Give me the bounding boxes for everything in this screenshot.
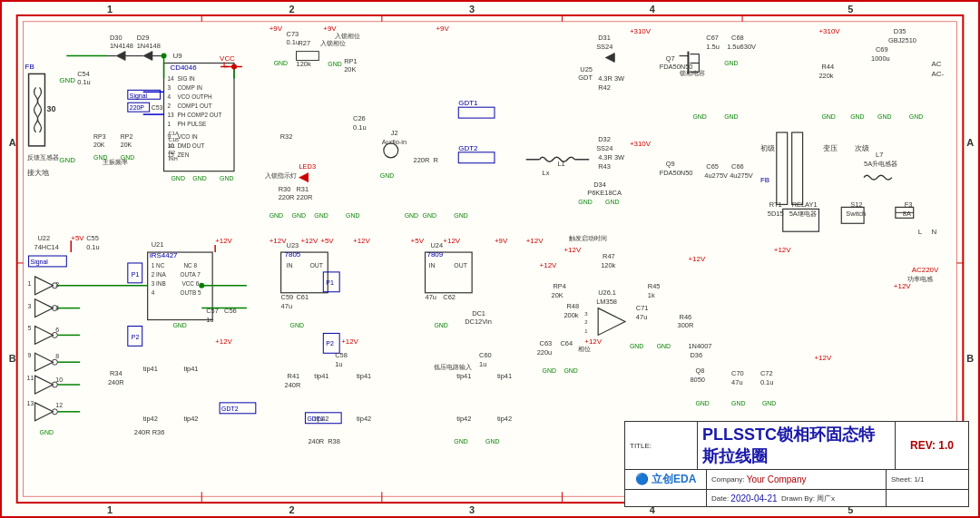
eda-logo-icon: 🔵 立创EDA [635, 472, 697, 487]
svg-text:VCC 6: VCC 6 [181, 280, 199, 287]
svg-text:GND: GND [877, 113, 891, 120]
svg-text:FB: FB [25, 63, 34, 71]
svg-text:VCO OUTPH: VCO OUTPH [177, 93, 212, 100]
svg-text:相位: 相位 [578, 345, 591, 353]
svg-text:IN: IN [428, 262, 435, 269]
svg-text:4: 4 [152, 289, 155, 296]
svg-text:SS24: SS24 [596, 144, 612, 152]
svg-marker-212 [35, 326, 54, 344]
svg-text:D31: D31 [598, 34, 611, 42]
svg-text:5: 5 [28, 325, 32, 331]
svg-point-383 [199, 283, 204, 288]
svg-text:C70: C70 [731, 369, 744, 377]
svg-text:DMD OUT: DMD OUT [177, 142, 204, 149]
svg-text:AC220V: AC220V [912, 266, 939, 274]
svg-text:240R: 240R [308, 437, 324, 445]
svg-text:0.1u: 0.1u [353, 123, 366, 132]
svg-text:C66: C66 [731, 162, 744, 171]
svg-text:47u: 47u [636, 313, 647, 321]
svg-text:RP2: RP2 [121, 133, 133, 140]
svg-text:1k: 1k [648, 291, 655, 299]
svg-text:47u: 47u [731, 378, 742, 386]
svg-text:接大地: 接大地 [27, 169, 49, 177]
svg-text:GND: GND [59, 156, 75, 164]
svg-text:DC12Vin: DC12Vin [465, 318, 492, 326]
svg-text:47u: 47u [281, 302, 292, 310]
svg-text:7809: 7809 [426, 250, 443, 259]
svg-text:R27: R27 [298, 39, 310, 47]
svg-text:20K: 20K [344, 65, 356, 73]
svg-text:OUTA 7: OUTA 7 [180, 271, 201, 278]
drawn-label: Drawn By: [781, 494, 815, 503]
svg-text:触发启动时间: 触发启动时间 [569, 234, 607, 242]
date-value: 2020-04-21 [730, 494, 777, 503]
svg-text:变压: 变压 [823, 144, 838, 152]
svg-text:GND: GND [454, 212, 467, 219]
svg-text:R36: R36 [152, 428, 165, 436]
svg-text:D34: D34 [593, 181, 606, 189]
svg-text:锁相电容: 锁相电容 [679, 70, 705, 77]
svg-text:0.1u: 0.1u [760, 378, 773, 386]
svg-text:U26.1: U26.1 [598, 288, 616, 297]
svg-text:入锁指示灯: 入锁指示灯 [265, 171, 297, 180]
svg-text:U23: U23 [287, 241, 299, 249]
svg-rect-26 [29, 73, 45, 145]
svg-text:VCC: VCC [220, 54, 235, 63]
svg-text:1: 1 [107, 504, 113, 515]
svg-text:S12: S12 [850, 200, 862, 209]
svg-text:2 INA: 2 INA [152, 271, 167, 278]
svg-marker-216 [35, 376, 54, 394]
svg-text:6: 6 [55, 327, 59, 333]
svg-text:1000u: 1000u [871, 54, 890, 63]
svg-text:NC 8: NC 8 [183, 262, 197, 269]
svg-rect-123 [458, 152, 495, 163]
svg-text:C62: C62 [443, 293, 456, 301]
svg-text:Lx: Lx [543, 169, 550, 177]
svg-text:+12V: +12V [688, 255, 705, 263]
svg-text:GND: GND [423, 212, 436, 219]
svg-text:+12V: +12V [215, 237, 232, 245]
svg-text:1: 1 [168, 121, 172, 127]
svg-text:IRS4427: IRS4427 [150, 251, 178, 259]
svg-text:tip42: tip42 [357, 415, 371, 423]
svg-text:C71: C71 [636, 304, 649, 312]
svg-text:U24: U24 [430, 241, 443, 249]
svg-text:+12V: +12V [353, 237, 370, 245]
svg-text:+5V: +5V [71, 234, 84, 242]
drawn-value: 周广x [817, 494, 835, 503]
svg-text:D35: D35 [894, 27, 906, 35]
svg-text:220P: 220P [130, 104, 145, 111]
svg-text:D30: D30 [110, 34, 122, 42]
svg-text:GND: GND [40, 429, 54, 435]
svg-text:4.3R 3W: 4.3R 3W [598, 74, 624, 83]
svg-text:11: 11 [27, 375, 34, 381]
svg-text:GND: GND [731, 400, 745, 406]
svg-marker-135 [605, 54, 614, 63]
svg-text:PH COMP2 OUT: PH COMP2 OUT [177, 112, 221, 118]
svg-text:C68: C68 [731, 34, 744, 42]
svg-text:3: 3 [28, 303, 32, 309]
svg-text:+12V: +12V [894, 282, 911, 290]
svg-text:47u: 47u [426, 293, 436, 301]
svg-text:1 NC: 1 NC [152, 262, 165, 269]
svg-text:13: 13 [27, 400, 34, 406]
company-label: Company: [711, 475, 744, 484]
svg-text:Switch: Switch [846, 210, 866, 218]
svg-text:GND: GND [314, 212, 328, 219]
svg-text:Q8: Q8 [695, 367, 704, 375]
svg-text:C60: C60 [479, 351, 492, 359]
svg-text:C73: C73 [287, 30, 299, 38]
svg-text:tip41: tip41 [314, 372, 328, 380]
svg-text:GDT: GDT [578, 73, 593, 82]
svg-text:R1: R1 [169, 143, 176, 149]
svg-text:R30: R30 [279, 185, 291, 193]
svg-text:GND: GND [270, 212, 283, 219]
sheet-label: Sheet: [891, 475, 912, 484]
svg-text:4u275V: 4u275V [730, 171, 753, 180]
svg-text:5A继电器: 5A继电器 [789, 210, 817, 218]
svg-text:8050: 8050 [690, 376, 705, 384]
svg-text:GND: GND [605, 199, 619, 205]
svg-text:R: R [433, 156, 438, 164]
svg-text:30: 30 [46, 104, 55, 113]
svg-text:GND: GND [657, 343, 671, 349]
